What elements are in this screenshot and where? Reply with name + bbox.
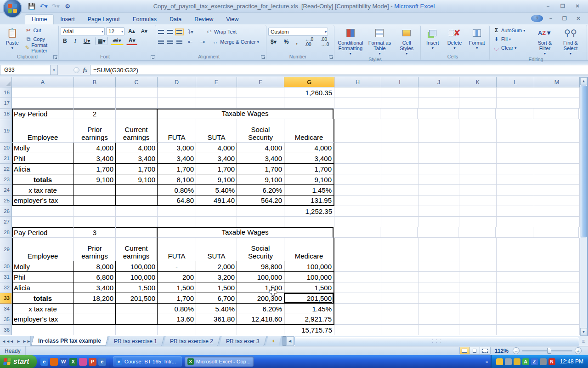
taskbar-window-button[interactable]: eCourse: BT 165: Intr... (113, 356, 182, 367)
cell[interactable] (418, 227, 458, 238)
row-header-22[interactable]: 22 (0, 164, 12, 174)
cell[interactable] (381, 87, 418, 98)
cell[interactable]: Alicia (12, 282, 74, 293)
row-header-19[interactable]: 19 (0, 119, 12, 143)
minimize-button[interactable]: – (542, 3, 554, 10)
cell[interactable] (334, 196, 381, 206)
cell[interactable] (12, 206, 74, 217)
cell[interactable] (497, 314, 534, 325)
column-header-A[interactable]: A (12, 77, 74, 87)
cell[interactable]: Current earnings (116, 119, 158, 143)
page-break-view-icon[interactable] (480, 347, 490, 354)
format-painter-button[interactable]: ✎ Format Painter (23, 44, 57, 52)
cell[interactable] (534, 174, 580, 185)
cell[interactable] (196, 98, 237, 109)
cell[interactable]: 2 (74, 109, 116, 119)
internet-explorer-icon[interactable]: e (40, 358, 48, 366)
fill-button[interactable]: ⬇ Fill▾ (492, 35, 531, 43)
cell[interactable] (334, 325, 381, 335)
cell[interactable] (381, 325, 418, 335)
column-header-E[interactable]: E (196, 77, 237, 87)
cell[interactable] (534, 314, 580, 325)
cell[interactable] (418, 325, 459, 335)
cell[interactable] (334, 217, 381, 227)
font-size-select[interactable]: 12▾ (106, 27, 124, 35)
column-header-B[interactable]: B (74, 77, 116, 87)
cell[interactable] (284, 217, 334, 227)
last-sheet-icon[interactable]: ►► (23, 339, 28, 344)
cell[interactable] (418, 196, 459, 206)
norton-icon[interactable]: N (548, 358, 555, 365)
cell[interactable]: 1,700 (196, 164, 237, 174)
page-layout-view-icon[interactable] (470, 347, 480, 354)
cell[interactable]: 9,100 (196, 174, 237, 185)
cell[interactable] (418, 185, 459, 196)
cell[interactable]: 1.45% (284, 185, 334, 196)
cell[interactable] (116, 227, 158, 238)
cell[interactable]: 1,700 (74, 164, 116, 174)
cell[interactable] (459, 304, 497, 314)
cell[interactable] (418, 98, 459, 109)
cell[interactable]: Taxable Wages (158, 109, 334, 119)
fill-color-button[interactable]: 📾▾ (111, 37, 124, 45)
insert-worksheet-tab[interactable]: ✦ (266, 336, 281, 346)
vertical-scrollbar[interactable]: ▲ ▼ (580, 77, 587, 336)
cell[interactable] (380, 227, 418, 238)
cell[interactable] (497, 119, 534, 143)
alignment-dialog-launcher[interactable] (261, 55, 265, 59)
cell[interactable]: Phil (12, 272, 74, 282)
cell[interactable]: 3,400 (196, 153, 237, 164)
cell[interactable] (497, 87, 534, 98)
cell[interactable] (497, 196, 534, 206)
cell[interactable] (381, 282, 418, 293)
ribbon-tab-data[interactable]: Data (163, 15, 188, 24)
cell[interactable] (334, 227, 380, 238)
cell[interactable]: 3,400 (74, 153, 116, 164)
cell[interactable] (534, 325, 580, 335)
number-dialog-launcher[interactable] (329, 55, 333, 59)
cell[interactable]: 1,260.35 (284, 87, 334, 98)
cell[interactable] (116, 196, 158, 206)
cell[interactable]: 2,921.75 (284, 314, 334, 325)
cell[interactable] (334, 238, 381, 261)
cell[interactable]: 3 (74, 227, 116, 238)
cell[interactable] (497, 217, 534, 227)
column-header-H[interactable]: H (334, 77, 381, 87)
row-header-17[interactable]: 17 (0, 98, 12, 109)
cell[interactable] (116, 304, 158, 314)
cell[interactable] (158, 206, 196, 217)
ribbon-tab-home[interactable]: Home (25, 14, 54, 24)
workbook-close-button[interactable]: ✕ (572, 15, 584, 22)
decrease-indent-icon[interactable]: ⇤ (186, 38, 195, 46)
row-header-36[interactable]: 36 (0, 325, 12, 335)
cell[interactable] (459, 174, 497, 185)
font-dialog-launcher[interactable] (151, 55, 155, 59)
shield-icon[interactable] (514, 358, 520, 365)
office-button[interactable] (3, 0, 22, 18)
cell[interactable]: employer's tax (12, 196, 74, 206)
cell[interactable] (497, 304, 534, 314)
column-header-J[interactable]: J (418, 77, 459, 87)
align-center-icon[interactable] (167, 40, 173, 44)
cell[interactable] (418, 272, 459, 282)
cell[interactable]: 200,300 (237, 293, 284, 304)
cell[interactable]: 98,800 (237, 261, 284, 272)
cell[interactable]: SUTA (196, 119, 237, 143)
cell[interactable]: 1,500 (237, 282, 284, 293)
cell[interactable] (534, 98, 580, 109)
cell[interactable] (418, 87, 459, 98)
cell[interactable]: Prior earnings (74, 119, 116, 143)
cell[interactable]: Social Security (237, 119, 284, 143)
cell[interactable] (334, 185, 381, 196)
cell[interactable]: 64.80 (158, 196, 196, 206)
z-app-icon[interactable]: Z (531, 358, 538, 365)
ribbon-tab-view[interactable]: View (220, 15, 245, 24)
horizontal-scrollbar[interactable]: ◀ ⋮⋮⋮ ◫ (286, 336, 588, 346)
cell[interactable] (459, 119, 497, 143)
cell[interactable] (237, 87, 284, 98)
cell[interactable] (418, 217, 459, 227)
cell[interactable] (534, 153, 580, 164)
italic-button[interactable]: I (72, 37, 79, 45)
cell[interactable] (158, 217, 196, 227)
excel-icon[interactable]: X (69, 358, 77, 366)
